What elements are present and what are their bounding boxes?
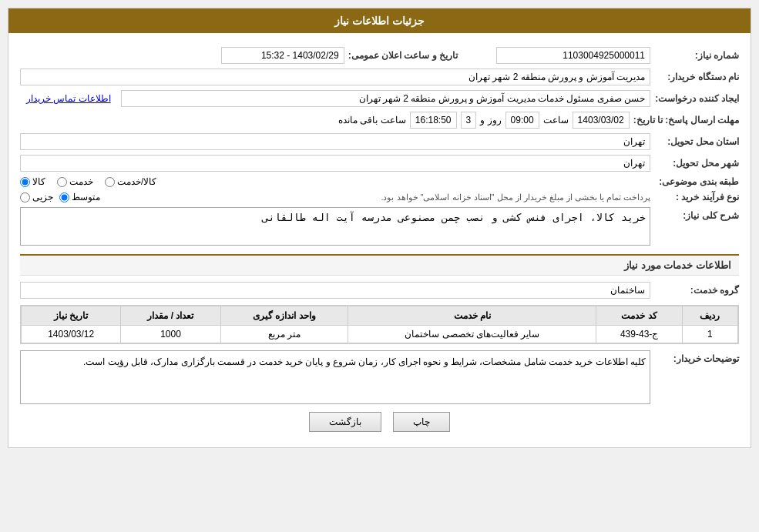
table-row: 1 ج-43-439 سایر فعالیت‌های تخصصی ساختمان… — [22, 326, 738, 343]
cell-name: سایر فعالیت‌های تخصصی ساختمان — [348, 326, 596, 343]
deadline-remaining-label: ساعت باقی مانده — [338, 115, 406, 125]
announce-datetime-label: تاریخ و ساعت اعلان عمومی: — [348, 50, 458, 61]
need-number-label: شماره نیاز: — [654, 50, 739, 61]
group-value: ساختمان — [20, 282, 650, 299]
col-header-code: کد خدمت — [596, 306, 682, 326]
deadline-time-label: ساعت — [543, 115, 569, 125]
need-number-value: 1103004925000011 — [496, 47, 650, 64]
print-button[interactable]: چاپ — [393, 412, 450, 432]
buttons-row: چاپ بازگشت — [20, 412, 739, 432]
category-option-1-label: کالا — [32, 176, 45, 187]
group-label: گروه خدمت: — [654, 285, 739, 296]
deadline-label: مهلت ارسال پاسخ: تا تاریخ: — [633, 115, 739, 125]
cell-date: 1403/03/12 — [22, 326, 121, 343]
page-title: جزئیات اطلاعات نیاز — [334, 15, 425, 27]
category-radio-1[interactable] — [20, 177, 30, 187]
deadline-date: 1403/03/02 — [573, 112, 630, 129]
cell-code: ج-43-439 — [596, 326, 682, 343]
city-value: تهران — [20, 155, 650, 172]
col-header-row: ردیف — [682, 306, 737, 326]
deadline-remaining: 16:18:50 — [410, 112, 457, 129]
need-desc-label: شرح کلی نیاز: — [654, 207, 739, 221]
cell-qty: 1000 — [121, 326, 220, 343]
page-header: جزئیات اطلاعات نیاز — [8, 8, 751, 33]
purchase-type-option-1[interactable]: جزیی — [20, 192, 53, 202]
col-header-unit: واحد اندازه گیری — [220, 306, 348, 326]
province-label: استان محل تحویل: — [654, 136, 739, 147]
cell-unit: متر مربع — [220, 326, 348, 343]
category-group: کالا/خدمت خدمت کالا — [20, 176, 650, 187]
services-section-title: اطلاعات خدمات مورد نیاز — [20, 254, 739, 276]
category-radio-2[interactable] — [57, 177, 67, 187]
buyer-org-value: مدیریت آموزش و پرورش منطقه 2 شهر تهران — [20, 69, 650, 85]
back-button[interactable]: بازگشت — [309, 412, 381, 432]
deadline-day-label: روز و — [480, 115, 501, 125]
category-label: طبقه بندی موضوعی: — [654, 176, 739, 187]
buyer-org-label: نام دستگاه خریدار: — [654, 72, 739, 82]
col-header-date: تاریخ نیاز — [22, 306, 121, 326]
need-desc-textarea[interactable] — [20, 207, 650, 246]
purchase-type-radio-1[interactable] — [20, 192, 30, 202]
buyer-desc-label: توضیحات خریدار: — [654, 350, 739, 364]
purchase-type-label: نوع فرآیند خرید : — [654, 192, 739, 202]
city-label: شهر محل تحویل: — [654, 158, 739, 169]
category-option-2[interactable]: خدمت — [57, 176, 93, 187]
services-table: ردیف کد خدمت نام خدمت واحد اندازه گیری ت… — [20, 305, 739, 344]
category-option-3[interactable]: کالا/خدمت — [105, 176, 156, 187]
province-value: تهران — [20, 133, 650, 150]
col-header-name: نام خدمت — [348, 306, 596, 326]
creator-label: ایجاد کننده درخواست: — [654, 93, 739, 104]
buyer-desc-box: کلیه اطلاعات خرید خدمت شامل مشخصات، شرای… — [20, 350, 650, 404]
purchase-type-2-label: متوسط — [72, 192, 100, 202]
col-header-qty: تعداد / مقدار — [121, 306, 220, 326]
category-option-1[interactable]: کالا — [20, 176, 45, 187]
cell-row-num: 1 — [682, 326, 737, 343]
category-radio-3[interactable] — [105, 177, 115, 187]
contact-link[interactable]: اطلاعات تماس خریدار — [20, 91, 117, 106]
purchase-type-group: پرداخت تمام یا بخشی از مبلغ خریدار از مح… — [20, 192, 650, 202]
category-option-3-label: کالا/خدمت — [117, 176, 156, 187]
purchase-type-option-2[interactable]: متوسط — [59, 192, 100, 202]
purchase-type-note: پرداخت تمام یا بخشی از مبلغ خریدار از مح… — [106, 192, 650, 202]
deadline-time: 09:00 — [505, 112, 539, 129]
creator-value: حسن صفری مسئول خدمات مدیریت آموزش و پرور… — [121, 90, 650, 107]
announce-datetime-value: 1403/02/29 - 15:32 — [221, 47, 344, 64]
deadline-days: 3 — [461, 112, 477, 129]
purchase-type-1-label: جزیی — [32, 192, 53, 202]
category-option-2-label: خدمت — [69, 176, 93, 187]
purchase-type-radio-2[interactable] — [59, 192, 69, 202]
